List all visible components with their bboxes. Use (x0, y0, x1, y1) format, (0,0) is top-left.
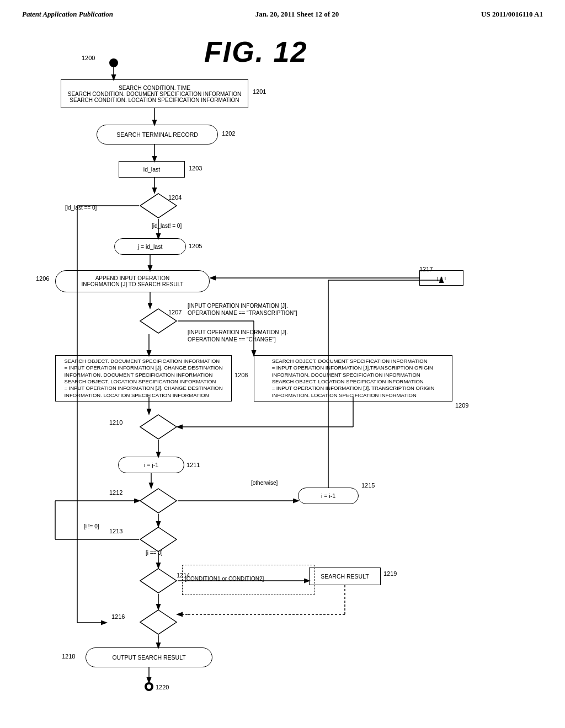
label-1220: 1220 (156, 684, 169, 690)
dashed-box (182, 565, 315, 595)
terminal-start (109, 58, 118, 67)
diamond-1210 (139, 414, 178, 440)
header-left: Patent Application Publication (22, 10, 113, 19)
fig-title: FIG. 12 (204, 35, 307, 68)
label-1213: 1213 (109, 528, 122, 534)
label-i-zero: [i == 0] (146, 550, 163, 556)
label-1206: 1206 (36, 275, 49, 282)
svg-marker-2 (140, 415, 177, 439)
box-output: OUTPUT SEARCH RESULT (86, 647, 212, 667)
label-1219: 1219 (383, 570, 397, 577)
label-change: [INPUT OPERATION INFORMATION [J].OPERATI… (188, 329, 331, 343)
svg-marker-4 (140, 527, 177, 552)
label-i-nonzero: [i != 0] (84, 523, 99, 529)
box-j-id-last: j = id_last (114, 238, 186, 255)
box-search-result: SEARCH RESULT (309, 568, 381, 585)
label-1203: 1203 (189, 165, 202, 172)
terminal-end-inner (147, 684, 151, 689)
label-1200: 1200 (82, 55, 95, 61)
header-center: Jan. 20, 2011 Sheet 12 of 20 (255, 10, 339, 19)
box-j-i: j = i (419, 270, 463, 286)
header-right: US 2011/0016110 A1 (481, 10, 543, 19)
box-1208: SEARCH OBJECT. DOCUMENT SPECIFICATION IN… (55, 355, 232, 402)
label-1208: 1208 (234, 372, 248, 378)
label-1204: 1204 (168, 194, 182, 201)
label-1212: 1212 (109, 489, 122, 496)
diamond-1212 (139, 488, 178, 514)
label-1207: 1207 (168, 309, 182, 315)
box-append: APPEND INPUT OPERATIONINFORMATION [J] TO… (55, 270, 210, 292)
label-1211: 1211 (186, 462, 200, 468)
diamond-1216 (139, 609, 178, 635)
label-1202: 1202 (222, 130, 235, 137)
diamond-1213 (139, 526, 178, 553)
diamond-1214 (139, 568, 178, 594)
box-i-i1: i = i-1 (298, 488, 359, 504)
label-otherwise: [otherwise] (251, 480, 278, 486)
page-header: Patent Application Publication Jan. 20, … (0, 0, 565, 19)
label-transcription: [INPUT OPERATION INFORMATION [J].OPERATI… (188, 302, 331, 317)
label-id-last-nonzero: [id_last! = 0] (152, 223, 182, 229)
box-i-j1: i = j-1 (118, 457, 184, 473)
svg-marker-5 (140, 569, 177, 593)
svg-marker-6 (140, 610, 177, 634)
label-1216: 1216 (111, 613, 125, 620)
diagram-container: FIG. 12 1200 SEARCH CONDITION. TIMESEARC… (0, 24, 565, 708)
box-id-last: id_last (119, 161, 185, 178)
label-1210: 1210 (109, 419, 122, 426)
box-search-terminal: SEARCH TERMINAL RECORD (97, 125, 218, 144)
box-search-condition: SEARCH CONDITION. TIMESEARCH CONDITION. … (61, 79, 248, 108)
label-1218: 1218 (62, 653, 75, 660)
label-1209: 1209 (455, 402, 468, 409)
label-1215: 1215 (361, 482, 375, 489)
label-1201: 1201 (253, 88, 266, 95)
label-id-last-zero: [id_last == 0] (65, 205, 97, 211)
label-1205: 1205 (189, 243, 202, 249)
box-1209: SEARCH OBJECT. DOCUMENT SPECIFICATION IN… (254, 355, 452, 402)
svg-marker-3 (140, 489, 177, 513)
label-1217: 1217 (419, 266, 433, 272)
